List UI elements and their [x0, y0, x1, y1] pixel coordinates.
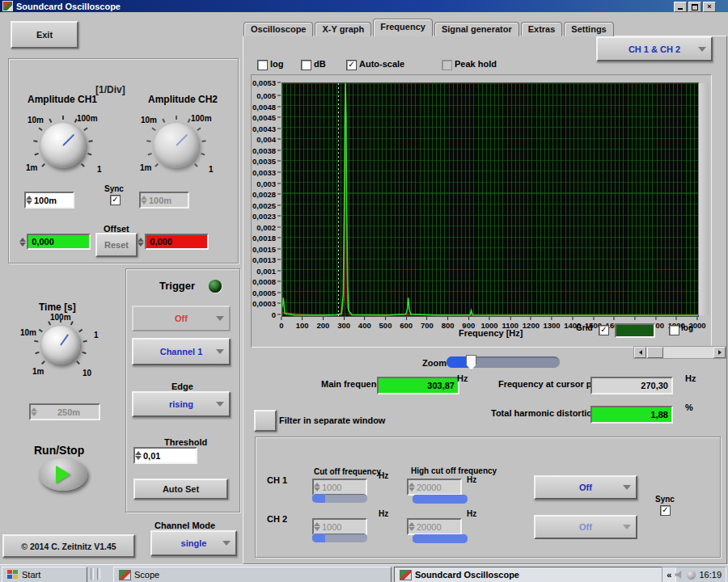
ch1-offset-control[interactable]: 0,000 — [19, 234, 91, 249]
cursor-frequency-text: 270,30 — [641, 381, 668, 390]
spinner-arrows — [31, 405, 38, 419]
x-tick-label: 1200 — [523, 317, 540, 330]
cursor-frequency-value[interactable]: 270,30 — [590, 377, 673, 394]
trigger-edge-dropdown[interactable]: rising — [132, 391, 231, 417]
spinner-arrows[interactable] — [138, 234, 144, 249]
spinner-arrows[interactable] — [314, 520, 321, 534]
restore-button[interactable] — [688, 2, 701, 12]
chevron-down-icon — [623, 525, 631, 534]
spinner-arrows[interactable] — [314, 480, 321, 494]
axis-log-checkbox[interactable] — [669, 325, 679, 335]
windows-logo-icon — [7, 570, 19, 580]
amplitude-ch1-knob[interactable] — [40, 123, 86, 168]
scrollbar-thumb[interactable] — [647, 347, 663, 358]
ch2-amplitude-text: 100m — [149, 196, 171, 205]
task-button-scope[interactable]: Scope — [113, 567, 392, 582]
grid-color-swatch[interactable] — [615, 323, 655, 338]
ch2-high-cutoff-slider[interactable] — [413, 534, 468, 543]
ch2-cutoff-slider[interactable] — [312, 534, 367, 542]
ch2-high-cutoff-input[interactable]: 20000 — [407, 518, 462, 535]
ch1-high-cutoff-input[interactable]: 20000 — [407, 479, 462, 496]
ch1-knob-label-1: 1 — [97, 165, 102, 174]
tray-utility-icon[interactable] — [687, 571, 696, 580]
amplitude-ch2-value[interactable]: 100m — [139, 192, 189, 209]
start-button[interactable]: Start — [2, 567, 87, 582]
amplitude-sync-checkbox[interactable] — [110, 195, 121, 205]
filter-window-button[interactable] — [254, 410, 277, 432]
scrollbar-right-button[interactable] — [713, 347, 726, 358]
ch1-cutoff-input[interactable]: 1000 — [312, 479, 367, 496]
channel-mode-dropdown[interactable]: single — [150, 530, 237, 556]
edge-label: Edge — [171, 382, 193, 391]
knob-tick-mark — [76, 361, 80, 365]
time-knob[interactable] — [41, 326, 80, 365]
db-checkbox[interactable] — [301, 60, 311, 70]
spinner-arrows[interactable] — [408, 480, 416, 494]
trigger-source-dropdown[interactable]: Channel 1 — [132, 338, 231, 365]
ch2-cutoff-input[interactable]: 1000 — [312, 518, 367, 535]
tab-frequency[interactable]: Frequency — [373, 19, 433, 36]
ch2-offset-value[interactable]: 0,000 — [145, 234, 209, 250]
y-tick-label: 0,0003 — [252, 299, 281, 308]
spin-down-icon[interactable] — [26, 200, 32, 205]
plot-scrollbar[interactable] — [633, 346, 726, 359]
tray-overflow-chevron[interactable]: « — [667, 570, 671, 580]
tab-signal-generator[interactable]: Signal generator — [434, 22, 519, 36]
grid-checkbox[interactable] — [599, 325, 609, 335]
x-tick-label: 0 — [279, 317, 283, 330]
spectrum-plot-area[interactable] — [281, 82, 699, 317]
taskbar-clock: 16:19 — [699, 570, 722, 580]
ch1-filter-dropdown[interactable]: Off — [534, 475, 637, 500]
peakhold-checkbox[interactable] — [442, 60, 452, 70]
spinner-arrows[interactable] — [408, 520, 416, 534]
scrollbar-left-button[interactable] — [634, 347, 646, 358]
task-button-soundcard-oscilloscope[interactable]: Soundcard Oscilloscope — [394, 567, 676, 582]
tab-settings[interactable]: Settings — [564, 22, 613, 36]
amplitude-ch1-value[interactable]: 100m — [24, 192, 74, 209]
minimize-button[interactable] — [674, 2, 687, 12]
y-tick-label: 0,001 — [256, 266, 281, 275]
amplitude-ch2-knob[interactable] — [154, 123, 199, 168]
ch2-knob-label-1m: 1m — [140, 163, 151, 172]
mute-speaker-icon[interactable] — [675, 571, 684, 580]
system-tray: « 16:19 — [662, 567, 726, 582]
high-cutoff-hz-unit-ch1: Hz — [467, 475, 476, 484]
app-icon[interactable] — [2, 1, 13, 11]
ch1-cutoff-slider[interactable] — [312, 494, 367, 503]
exit-button[interactable]: Exit — [11, 21, 78, 48]
filter-ch1-label: CH 1 — [267, 475, 287, 485]
close-button[interactable]: × — [703, 2, 716, 12]
time-value[interactable]: 250m — [29, 403, 100, 420]
spinner-arrows[interactable] — [26, 193, 33, 207]
trigger-mode-dropdown[interactable]: Off — [132, 306, 231, 331]
channel-selector-dropdown[interactable]: CH 1 & CH 2 — [596, 36, 713, 61]
ch1-high-cutoff-slider[interactable] — [413, 495, 468, 504]
ch1-offset-value[interactable]: 0,000 — [27, 234, 91, 250]
spin-up-icon[interactable] — [26, 196, 32, 200]
thd-value[interactable]: 1,88 — [590, 406, 673, 424]
y-tick-label: 0,0038 — [252, 146, 281, 154]
peakhold-label: Peak hold — [455, 59, 497, 69]
threshold-input[interactable]: 0,01 — [133, 447, 197, 464]
x-axis-title: Frequency [Hz] — [459, 328, 523, 338]
offset-reset-button[interactable]: Reset — [95, 233, 138, 257]
spinner-arrows[interactable] — [19, 234, 26, 249]
ch2-filter-dropdown[interactable]: Off — [534, 515, 637, 539]
y-tick-label: 0,0013 — [252, 255, 281, 264]
chevron-down-icon — [216, 402, 224, 411]
knob-tick-mark — [34, 340, 38, 343]
tab-extras[interactable]: Extras — [521, 22, 563, 36]
autoscale-checkbox[interactable] — [346, 60, 357, 70]
tab-oscilloscope[interactable]: Oscilloscope — [243, 22, 313, 36]
runstop-button[interactable] — [39, 458, 87, 491]
auto-set-button[interactable]: Auto Set — [133, 479, 228, 500]
title-bar: Soundcard Oscilloscope × — [0, 0, 728, 12]
log-checkbox[interactable] — [257, 60, 268, 70]
spinner-arrows[interactable] — [135, 449, 142, 462]
filter-sync-checkbox[interactable] — [660, 505, 671, 516]
time-knob-needle — [60, 334, 69, 345]
time-label-10: 10 — [83, 369, 91, 377]
ch2-offset-control[interactable]: 0,000 — [138, 234, 209, 249]
tab-x-y-graph[interactable]: X-Y graph — [315, 22, 371, 36]
main-frequency-value[interactable]: 303,87 — [377, 377, 459, 394]
